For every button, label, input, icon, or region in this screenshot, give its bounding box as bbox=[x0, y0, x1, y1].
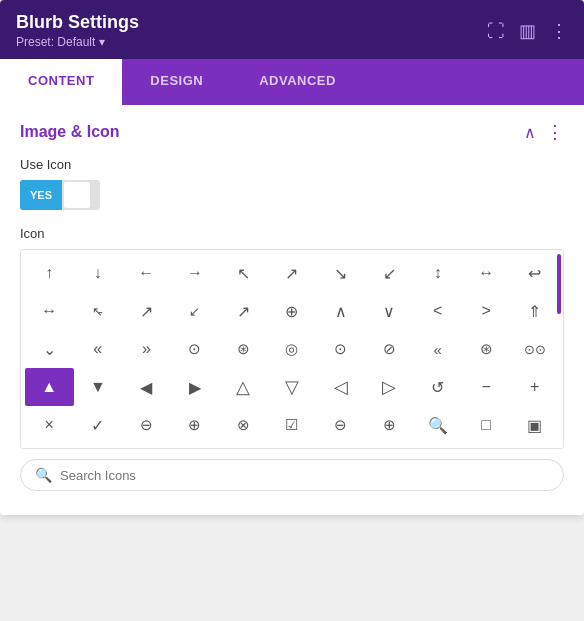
panel-header: Blurb Settings Preset: Default ▾ ⛶ ▥ ⋮ bbox=[0, 0, 584, 59]
image-icon-section: Image & Icon ∧ ⋮ Use Icon YES Icon bbox=[0, 105, 584, 515]
section-controls: ∧ ⋮ bbox=[524, 121, 564, 143]
search-input[interactable] bbox=[60, 468, 549, 483]
icon-cell[interactable]: ⊖ bbox=[122, 406, 171, 444]
icon-cell[interactable]: ↘ bbox=[316, 254, 365, 292]
panel-content: Image & Icon ∧ ⋮ Use Icon YES Icon bbox=[0, 105, 584, 515]
icon-cell[interactable]: ☑ bbox=[268, 406, 317, 444]
icon-cell[interactable]: ▶ bbox=[171, 368, 220, 406]
collapse-icon[interactable]: ∧ bbox=[524, 123, 536, 142]
more-icon[interactable]: ⋮ bbox=[550, 22, 568, 40]
toggle-container: YES bbox=[20, 180, 564, 210]
icon-cell[interactable]: ⊗ bbox=[219, 406, 268, 444]
header-left: Blurb Settings Preset: Default ▾ bbox=[16, 12, 139, 49]
icon-cell[interactable]: − bbox=[462, 368, 511, 406]
layout-icon[interactable]: ▥ bbox=[519, 22, 536, 40]
search-container: 🔍 bbox=[20, 459, 564, 491]
icon-cell[interactable]: ⊙ bbox=[171, 330, 220, 368]
blurb-settings-panel: Blurb Settings Preset: Default ▾ ⛶ ▥ ⋮ C… bbox=[0, 0, 584, 515]
icon-cell[interactable]: ▽ bbox=[268, 368, 317, 406]
icon-label: Icon bbox=[20, 226, 564, 241]
panel-title: Blurb Settings bbox=[16, 12, 139, 33]
tab-design[interactable]: Design bbox=[122, 59, 231, 105]
icon-cell[interactable]: ◁ bbox=[316, 368, 365, 406]
use-icon-toggle[interactable]: YES bbox=[20, 180, 100, 210]
icon-cell[interactable]: ◀ bbox=[122, 368, 171, 406]
section-menu-icon[interactable]: ⋮ bbox=[546, 121, 564, 143]
icon-cell[interactable]: △ bbox=[219, 368, 268, 406]
icon-cell[interactable]: ⊕ bbox=[268, 292, 317, 330]
icon-cell[interactable]: ⊖ bbox=[316, 406, 365, 444]
icon-cell[interactable]: ∧ bbox=[316, 292, 365, 330]
icon-grid: ↑ ↓ ← → ↖ ↗ ↘ ↙ ↕ ↔ ↩ ↔ ↖̵ ↗ ↙ ↗ bbox=[21, 250, 563, 448]
icon-cell[interactable]: ⇑ bbox=[510, 292, 559, 330]
icon-cell[interactable]: ⊕ bbox=[365, 406, 414, 444]
icon-cell[interactable]: × bbox=[25, 406, 74, 444]
icon-cell[interactable]: ✓ bbox=[74, 406, 123, 444]
search-icon: 🔍 bbox=[35, 467, 52, 483]
icon-cell[interactable]: ↓ bbox=[74, 254, 123, 292]
icon-cell[interactable]: ⊛ bbox=[219, 330, 268, 368]
icon-cell[interactable]: ⌄ bbox=[25, 330, 74, 368]
icon-cell[interactable]: ↔ bbox=[462, 254, 511, 292]
icon-cell[interactable]: » bbox=[122, 330, 171, 368]
icon-cell[interactable]: ↗ bbox=[219, 292, 268, 330]
icon-cell[interactable]: ∨ bbox=[365, 292, 414, 330]
icon-cell[interactable]: ⊕ bbox=[171, 406, 220, 444]
icon-cell[interactable]: ↗ bbox=[268, 254, 317, 292]
preset-selector[interactable]: Preset: Default ▾ bbox=[16, 35, 139, 49]
icon-cell[interactable]: ↑ bbox=[25, 254, 74, 292]
use-icon-label: Use Icon bbox=[20, 157, 564, 172]
icon-cell[interactable]: ↖ bbox=[219, 254, 268, 292]
icon-cell[interactable]: « bbox=[413, 330, 462, 368]
tab-advanced[interactable]: Advanced bbox=[231, 59, 364, 105]
icon-cell[interactable]: « bbox=[74, 330, 123, 368]
icon-cell[interactable]: ↗ bbox=[122, 292, 171, 330]
icon-cell[interactable]: > bbox=[462, 292, 511, 330]
icon-cell[interactable]: □ bbox=[462, 406, 511, 444]
header-actions: ⛶ ▥ ⋮ bbox=[487, 22, 568, 40]
icon-cell[interactable]: + bbox=[510, 368, 559, 406]
icon-cell[interactable]: ▣ bbox=[510, 406, 559, 444]
icon-cell[interactable]: < bbox=[413, 292, 462, 330]
icon-cell[interactable]: ↙ bbox=[365, 254, 414, 292]
scrollbar[interactable] bbox=[557, 254, 561, 314]
toggle-yes-label: YES bbox=[20, 180, 62, 210]
icon-cell[interactable]: → bbox=[171, 254, 220, 292]
icon-cell[interactable]: ↙ bbox=[171, 292, 220, 330]
icon-cell[interactable]: ⊘ bbox=[365, 330, 414, 368]
icon-cell[interactable]: ↖̵ bbox=[74, 292, 123, 330]
icon-cell[interactable]: ⊙ bbox=[316, 330, 365, 368]
icon-cell[interactable]: ↔ bbox=[25, 292, 74, 330]
icon-cell[interactable]: 🔍 bbox=[413, 406, 462, 444]
icon-cell[interactable]: ▲ bbox=[25, 368, 74, 406]
tab-bar: Content Design Advanced bbox=[0, 59, 584, 105]
icon-cell[interactable]: ↩ bbox=[510, 254, 559, 292]
icon-cell[interactable]: ⊛ bbox=[462, 330, 511, 368]
icon-grid-container: ↑ ↓ ← → ↖ ↗ ↘ ↙ ↕ ↔ ↩ ↔ ↖̵ ↗ ↙ ↗ bbox=[20, 249, 564, 449]
icon-cell[interactable]: ◎ bbox=[268, 330, 317, 368]
icon-cell[interactable]: ▼ bbox=[74, 368, 123, 406]
focus-icon[interactable]: ⛶ bbox=[487, 22, 505, 40]
toggle-handle bbox=[64, 182, 90, 208]
section-header: Image & Icon ∧ ⋮ bbox=[20, 121, 564, 143]
icon-cell[interactable]: ← bbox=[122, 254, 171, 292]
section-title: Image & Icon bbox=[20, 123, 120, 141]
icon-cell[interactable]: ▷ bbox=[365, 368, 414, 406]
icon-cell[interactable]: ↺ bbox=[413, 368, 462, 406]
tab-content[interactable]: Content bbox=[0, 59, 122, 105]
icon-cell[interactable]: ↕ bbox=[413, 254, 462, 292]
icon-cell[interactable]: ⊙⊙ bbox=[510, 330, 559, 368]
